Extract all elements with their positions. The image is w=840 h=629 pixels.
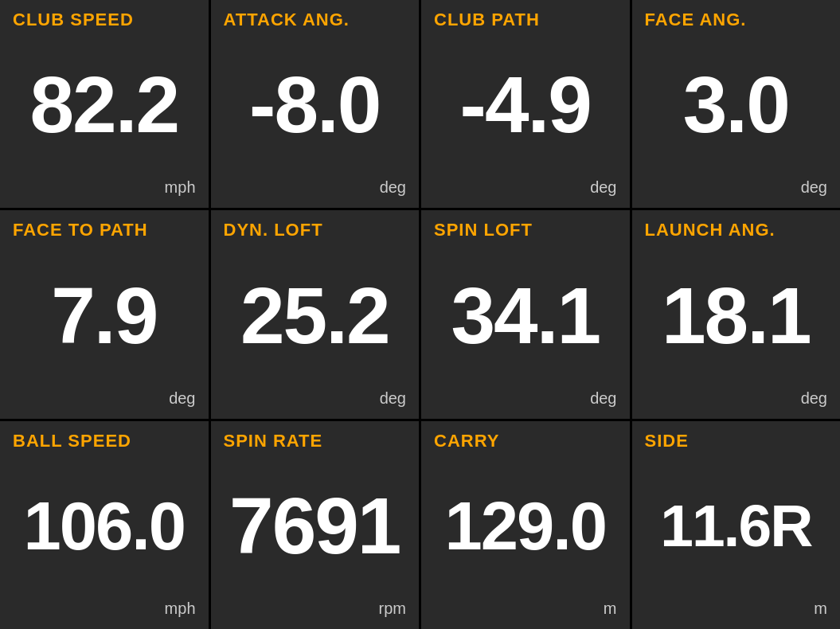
metrics-grid: CLUB SPEED82.2mphATTACK ANG.-8.0degCLUB … [0,0,840,629]
label-face-to-path: FACE TO PATH [13,220,196,240]
cell-carry: CARRY129.0m [421,421,630,629]
label-attack-ang: ATTACK ANG. [224,10,407,30]
unit-spin-rate: rpm [224,600,407,621]
cell-face-ang: FACE ANG.3.0deg [632,0,841,208]
value-face-ang: 3.0 [645,30,828,178]
value-club-speed: 82.2 [13,30,196,178]
value-dyn-loft: 25.2 [224,241,407,389]
value-side: 11.6R [645,451,828,600]
value-attack-ang: -8.0 [224,30,407,178]
cell-attack-ang: ATTACK ANG.-8.0deg [211,0,420,208]
cell-ball-speed: BALL SPEED106.0mph [0,421,209,629]
unit-dyn-loft: deg [224,389,407,411]
unit-face-to-path: deg [13,389,196,411]
cell-side: SIDE11.6Rm [632,421,841,629]
label-spin-rate: SPIN RATE [224,431,407,451]
label-spin-loft: SPIN LOFT [434,220,617,240]
cell-spin-rate: SPIN RATE7691rpm [211,421,420,629]
unit-attack-ang: deg [224,178,407,200]
value-face-to-path: 7.9 [13,241,196,389]
label-side: SIDE [645,431,828,451]
cell-face-to-path: FACE TO PATH7.9deg [0,210,209,418]
value-spin-rate: 7691 [224,451,407,600]
value-launch-ang: 18.1 [645,241,828,389]
cell-club-speed: CLUB SPEED82.2mph [0,0,209,208]
cell-club-path: CLUB PATH-4.9deg [421,0,630,208]
unit-carry: m [434,600,617,621]
label-club-speed: CLUB SPEED [13,10,196,30]
label-ball-speed: BALL SPEED [13,431,196,451]
label-dyn-loft: DYN. LOFT [224,220,407,240]
unit-ball-speed: mph [13,600,196,621]
unit-face-ang: deg [645,178,828,200]
label-carry: CARRY [434,431,617,451]
label-launch-ang: LAUNCH ANG. [645,220,828,240]
unit-side: m [645,600,828,621]
value-club-path: -4.9 [434,30,617,178]
cell-launch-ang: LAUNCH ANG.18.1deg [632,210,841,418]
unit-club-speed: mph [13,178,196,200]
label-club-path: CLUB PATH [434,10,617,30]
value-carry: 129.0 [434,451,617,600]
cell-dyn-loft: DYN. LOFT25.2deg [211,210,420,418]
unit-spin-loft: deg [434,389,617,411]
value-spin-loft: 34.1 [434,241,617,389]
label-face-ang: FACE ANG. [645,10,828,30]
unit-club-path: deg [434,178,617,200]
unit-launch-ang: deg [645,389,828,411]
value-ball-speed: 106.0 [13,451,196,600]
cell-spin-loft: SPIN LOFT34.1deg [421,210,630,418]
